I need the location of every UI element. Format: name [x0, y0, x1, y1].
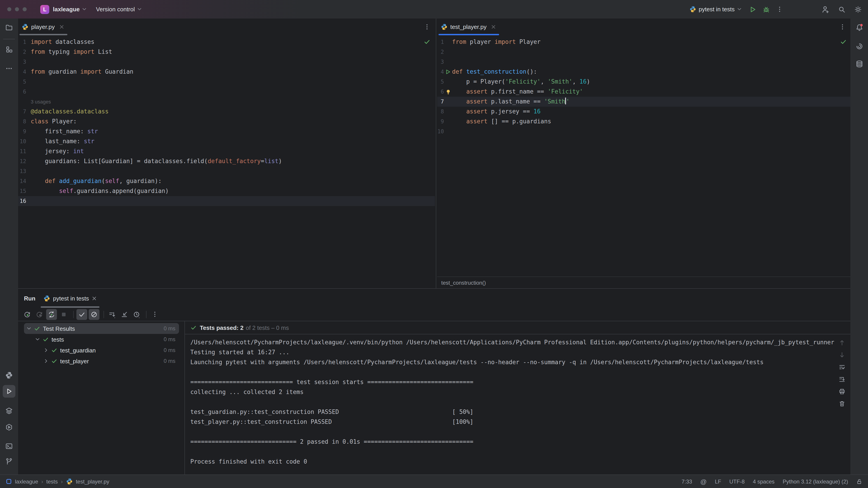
editor-breadcrumb[interactable]: test_construction() [437, 276, 850, 288]
version-control-menu[interactable]: Version control [96, 6, 135, 13]
line-number[interactable]: 6 [437, 87, 444, 97]
lock-unlocked-icon[interactable] [856, 478, 863, 485]
database-tool-icon[interactable] [855, 60, 863, 68]
python-console-tool-icon[interactable] [5, 371, 13, 379]
line-number[interactable]: 15 [18, 186, 26, 196]
interpreter-widget[interactable]: Python 3.12 (laxleague) (2) [783, 478, 848, 485]
line-number[interactable]: 14 [18, 176, 26, 186]
run-tool-window-button-active[interactable] [3, 385, 16, 398]
show-passed-button[interactable] [76, 309, 87, 320]
cursor-position-widget[interactable]: 7:33 [682, 478, 692, 485]
line-number[interactable]: 8 [18, 117, 26, 127]
code-line[interactable]: 3 [437, 57, 850, 67]
settings-gear-icon[interactable] [855, 6, 862, 13]
code-line[interactable]: 7@dataclasses.dataclass [18, 107, 435, 117]
line-number[interactable]: 4 [437, 67, 444, 77]
test-tree-item-test_player[interactable]: test_player0 ms [24, 356, 179, 366]
scroll-up-icon[interactable] [838, 339, 845, 346]
test-results-tree[interactable]: Test Results0 mstests0 mstest_guardian0 … [18, 321, 184, 475]
line-number[interactable]: 11 [18, 147, 26, 156]
toggle-auto-rerun-button[interactable] [46, 309, 57, 320]
window-zoom-button[interactable] [23, 7, 27, 11]
code-line[interactable]: 10 last_name: str [18, 136, 435, 147]
stop-button[interactable] [58, 309, 69, 320]
line-number[interactable]: 1 [437, 37, 444, 47]
line-number[interactable]: 2 [18, 47, 26, 57]
expand-chevron-icon[interactable] [43, 348, 49, 353]
code-line[interactable]: 9 first_name: str [18, 127, 435, 136]
add-user-icon[interactable] [821, 5, 829, 13]
code-line[interactable]: 1import dataclasses [18, 37, 435, 47]
line-number[interactable]: 7 [437, 97, 444, 107]
more-options-icon[interactable] [149, 309, 160, 320]
lightbulb-icon[interactable] [444, 87, 452, 97]
code-line[interactable]: 11 jersey: int [18, 147, 435, 156]
code-line[interactable]: 2from typing import List [18, 47, 435, 57]
soft-wrap-icon[interactable] [838, 364, 845, 370]
more-actions-icon[interactable] [776, 6, 783, 13]
python-packages-tool-icon[interactable] [5, 423, 13, 431]
rerun-failed-tests-button[interactable] [34, 309, 45, 320]
tab-player-py[interactable]: player.py [18, 19, 69, 35]
line-number[interactable]: 2 [437, 47, 444, 57]
editor-splitter[interactable] [436, 19, 436, 288]
usages-inlay-row[interactable]: 3 usages [18, 97, 435, 107]
test-tree-item-tests[interactable]: tests0 ms [24, 334, 179, 345]
project-name-menu[interactable]: laxleague [53, 6, 80, 13]
notifications-bell-icon[interactable] [855, 24, 863, 32]
tab-test-player-py[interactable]: test_player.py [437, 19, 500, 35]
window-close-button[interactable] [7, 7, 11, 11]
line-number[interactable]: 8 [437, 107, 444, 117]
code-line[interactable]: 8 assert p.jersey == 16 [437, 107, 850, 117]
breadcrumb-project[interactable]: laxleague [15, 478, 38, 485]
close-tab-icon[interactable] [59, 24, 64, 29]
search-everywhere-icon[interactable] [838, 6, 845, 13]
breadcrumb-folder[interactable]: tests [46, 478, 58, 485]
breadcrumb-function[interactable]: test_construction() [441, 280, 486, 286]
code-line[interactable]: 6 assert p.first_name == 'Felicity' [437, 87, 850, 97]
editor-options-icon[interactable] [839, 24, 846, 30]
sort-by-duration-button[interactable] [107, 309, 118, 320]
expand-chevron-icon[interactable] [26, 326, 32, 331]
code-line[interactable]: 4def test_construction(): [437, 67, 850, 77]
editor-test-player-py[interactable]: 1from player import Player234def test_co… [437, 35, 850, 276]
line-number[interactable]: 4 [18, 67, 26, 77]
code-line[interactable]: 5 [18, 77, 435, 87]
line-number[interactable]: 10 [18, 136, 26, 147]
code-line[interactable]: 14 def add_guardian(self, guardian): [18, 176, 435, 186]
close-tab-icon[interactable] [92, 296, 97, 301]
code-analysis-icon[interactable]: @ [700, 478, 707, 485]
code-line[interactable]: 9 assert [] == p.guardians [437, 117, 850, 127]
scroll-to-end-icon[interactable] [838, 376, 845, 383]
services-tool-icon[interactable] [5, 407, 13, 415]
code-line[interactable]: 2 [437, 47, 850, 57]
project-tool-icon[interactable] [5, 24, 13, 31]
line-number[interactable]: 5 [18, 77, 26, 87]
line-number[interactable]: 13 [18, 166, 26, 176]
run-test-gutter-icon[interactable] [444, 67, 452, 77]
line-number[interactable]: 6 [18, 87, 26, 97]
line-number[interactable]: 3 [18, 57, 26, 67]
indent-widget[interactable]: 4 spaces [753, 478, 774, 485]
line-number[interactable]: 1 [18, 37, 26, 47]
show-ignored-button[interactable] [89, 309, 99, 320]
code-line[interactable]: 5 p = Player('Felicity', 'Smith', 16) [437, 77, 850, 87]
line-number[interactable] [18, 97, 26, 107]
code-line[interactable]: 16 [18, 196, 435, 206]
line-number[interactable]: 9 [18, 127, 26, 136]
line-number[interactable]: 7 [18, 107, 26, 117]
code-line[interactable]: 1from player import Player [437, 37, 850, 47]
scroll-down-icon[interactable] [838, 352, 845, 358]
more-tool-windows-icon[interactable] [5, 65, 13, 72]
expand-chevron-icon[interactable] [35, 337, 40, 342]
code-line[interactable]: 13 [18, 166, 435, 176]
line-separator-widget[interactable]: LF [715, 478, 721, 485]
inspections-ok-icon[interactable] [424, 38, 430, 45]
navigate-with-single-click-button[interactable] [119, 309, 130, 320]
line-number[interactable]: 10 [437, 127, 444, 136]
encoding-widget[interactable]: UTF-8 [729, 478, 745, 485]
code-line[interactable]: 15 self.guardians.append(guardian) [18, 186, 435, 196]
ai-assistant-icon[interactable] [855, 42, 863, 50]
test-tree-item-test-results[interactable]: Test Results0 ms [24, 323, 179, 334]
test-tree-item-test_guardian[interactable]: test_guardian0 ms [24, 345, 179, 356]
